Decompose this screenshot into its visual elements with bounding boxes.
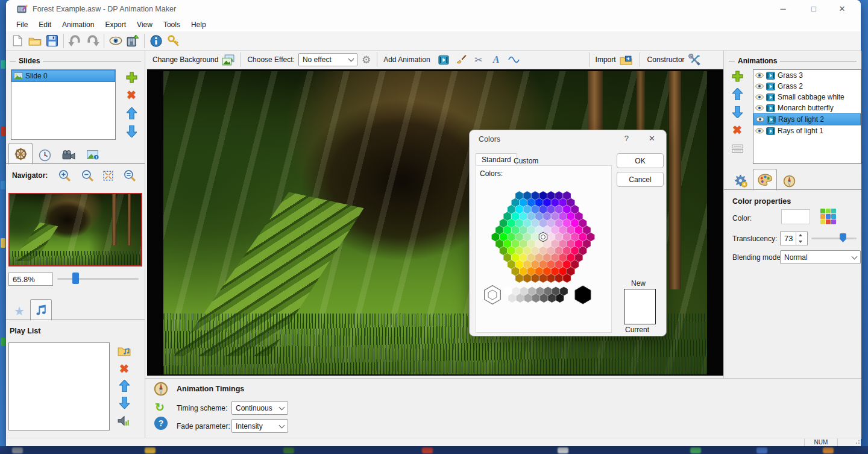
tab-camera[interactable] <box>57 145 81 165</box>
zoom-slider-track[interactable] <box>57 278 139 280</box>
tab-image-info[interactable] <box>81 145 105 165</box>
tab-effects-star[interactable]: ★ <box>8 301 30 321</box>
constructor-button[interactable]: Constructor <box>647 54 701 66</box>
change-background-button[interactable]: Change Background <box>153 54 234 66</box>
menu-file[interactable]: File <box>11 19 33 30</box>
slides-list[interactable]: Slide 0 <box>11 69 116 140</box>
timing-scheme-dropdown[interactable]: Continuous <box>231 401 288 415</box>
delete-slide-button[interactable]: ✖ <box>124 88 139 102</box>
color-swatch[interactable] <box>781 209 810 224</box>
animations-list[interactable]: Grass 3 Grass 2 Small cabbage white Mona… <box>753 69 861 164</box>
tab-color-palette[interactable] <box>753 169 777 191</box>
taskbar-icon[interactable] <box>690 447 701 453</box>
playlist-list[interactable] <box>8 342 110 430</box>
visibility-eye-icon[interactable] <box>755 105 764 111</box>
undo-button[interactable] <box>66 33 84 49</box>
import-button[interactable]: Import <box>596 55 632 65</box>
taskbar-icon[interactable] <box>823 447 834 453</box>
color-picker-grid-icon[interactable] <box>820 209 836 224</box>
zoom-value-field[interactable]: 65.8% <box>8 273 53 286</box>
minimize-button[interactable]: ─ <box>769 0 797 18</box>
visibility-eye-icon[interactable] <box>755 72 764 78</box>
delete-music-button[interactable]: ✖ <box>117 362 131 376</box>
visibility-eye-icon[interactable] <box>756 116 764 122</box>
move-music-down-button[interactable] <box>117 396 131 410</box>
effect-settings-gear-icon[interactable]: ⚙ <box>362 54 371 66</box>
move-layer-down-button[interactable] <box>730 105 744 119</box>
delete-layer-button[interactable]: ✖ <box>730 123 744 137</box>
animation-list-item[interactable]: Grass 2 <box>753 81 861 92</box>
new-file-button[interactable] <box>8 33 26 49</box>
redo-button[interactable] <box>84 33 101 49</box>
menu-view[interactable]: View <box>131 19 158 30</box>
animation-list-item[interactable]: Small cabbage white <box>753 92 861 102</box>
animation-list-item[interactable]: Rays of light 1 <box>753 125 861 136</box>
visibility-eye-icon[interactable] <box>755 128 764 134</box>
animation-list-item[interactable]: Grass 3 <box>753 70 861 81</box>
tab-music[interactable] <box>30 299 52 321</box>
taskbar-icon[interactable] <box>422 447 433 453</box>
tab-timing-clock[interactable] <box>33 145 57 165</box>
translucency-slider-track[interactable] <box>811 238 857 239</box>
effect-dropdown[interactable]: No effect <box>298 53 357 66</box>
hex-color-palette[interactable] <box>479 177 607 304</box>
preview-button[interactable] <box>107 33 124 49</box>
rename-layer-button[interactable] <box>730 141 744 156</box>
taskbar-icon[interactable] <box>283 447 294 453</box>
add-music-button[interactable] <box>117 344 131 358</box>
add-text-icon[interactable]: A <box>488 52 505 68</box>
cancel-button[interactable]: Cancel <box>617 172 664 187</box>
dialog-help-icon[interactable]: ? <box>624 134 629 143</box>
zoom-in-icon[interactable] <box>57 168 72 183</box>
add-slide-button[interactable] <box>124 70 139 84</box>
tab-navigator-wheel[interactable] <box>8 143 33 165</box>
taskbar-icon[interactable] <box>145 447 156 453</box>
add-animation-object-icon[interactable] <box>435 52 453 68</box>
slide-list-item[interactable]: Slide 0 <box>11 70 115 82</box>
taskbar-icon[interactable] <box>12 447 23 453</box>
volume-button[interactable] <box>117 414 131 428</box>
spinner-down-icon[interactable] <box>796 239 804 246</box>
maximize-button[interactable]: □ <box>800 0 828 18</box>
animation-list-item-selected[interactable]: Rays of light 2 <box>753 113 861 125</box>
add-animation-layer-button[interactable] <box>730 69 744 83</box>
menu-export[interactable]: Export <box>99 19 131 30</box>
menu-help[interactable]: Help <box>186 19 212 30</box>
cut-tool-icon[interactable]: ✂ <box>470 52 488 68</box>
animation-list-item[interactable]: Monarch butterfly <box>753 102 861 113</box>
taskbar-icon[interactable] <box>558 447 568 453</box>
navigator-thumbnail[interactable] <box>8 193 142 266</box>
save-button[interactable] <box>43 33 61 49</box>
zoom-out-icon[interactable] <box>80 168 95 183</box>
move-layer-up-button[interactable] <box>730 87 744 101</box>
about-button[interactable] <box>147 33 165 49</box>
close-button[interactable]: ✕ <box>828 0 856 18</box>
tab-behavior-gear[interactable] <box>729 171 753 191</box>
ok-button[interactable]: OK <box>617 153 664 168</box>
move-music-up-button[interactable] <box>117 379 131 393</box>
blending-mode-dropdown[interactable]: Normal <box>780 250 861 264</box>
fade-parameter-dropdown[interactable]: Intensity <box>231 419 288 433</box>
export-video-button[interactable] <box>124 33 142 49</box>
tab-direction-compass[interactable] <box>777 171 801 191</box>
move-slide-down-button[interactable] <box>124 124 139 139</box>
translucency-slider-handle[interactable] <box>840 233 846 242</box>
dialog-close-icon[interactable]: ✕ <box>649 134 655 143</box>
activation-key-button[interactable] <box>165 33 182 49</box>
zoom-slider-handle[interactable] <box>72 273 79 284</box>
menu-edit[interactable]: Edit <box>33 19 57 30</box>
fit-selection-icon[interactable] <box>101 168 115 183</box>
resize-grip[interactable] <box>855 440 860 445</box>
translucency-spinner[interactable] <box>796 232 804 245</box>
menu-animation[interactable]: Animation <box>57 19 99 30</box>
add-wave-icon[interactable] <box>505 52 523 68</box>
visibility-eye-icon[interactable] <box>755 94 764 100</box>
visibility-eye-icon[interactable] <box>755 83 764 89</box>
add-brush-icon[interactable] <box>453 52 470 68</box>
title-bar[interactable]: Forest Example.asw - DP Animation Maker … <box>6 0 861 18</box>
menu-tools[interactable]: Tools <box>158 19 186 30</box>
move-slide-up-button[interactable] <box>124 106 139 121</box>
windows-taskbar[interactable] <box>0 446 868 454</box>
open-file-button[interactable] <box>26 33 43 49</box>
spinner-up-icon[interactable] <box>796 232 804 239</box>
